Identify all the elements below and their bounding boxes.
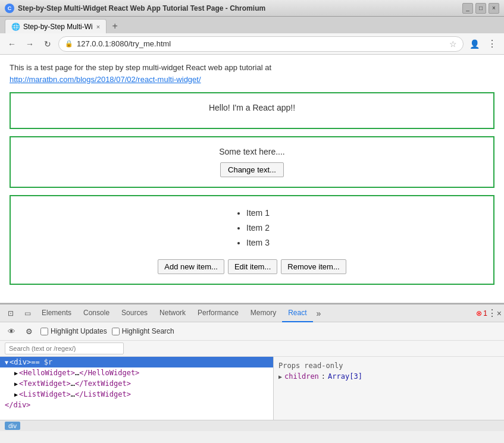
- highlight-search-checkbox[interactable]: [112, 328, 120, 335]
- props-colon: :: [321, 372, 325, 381]
- tab-performance[interactable]: Performance: [192, 304, 245, 322]
- devtools-more-button[interactable]: ⋮: [487, 307, 497, 319]
- highlight-search-label[interactable]: Highlight Search: [112, 327, 174, 335]
- tab-sources[interactable]: Sources: [115, 304, 154, 322]
- title-bar: C Step-by-Step Multi-Widget React Web Ap…: [0, 0, 504, 17]
- highlight-updates-checkbox[interactable]: [40, 328, 48, 335]
- tab-close-button[interactable]: ×: [96, 23, 100, 30]
- tab-favicon: 🌐: [11, 23, 20, 31]
- highlight-updates-label[interactable]: Highlight Updates: [40, 327, 107, 335]
- window-title: Step-by-Step Multi-Widget React Web App …: [18, 4, 462, 12]
- text-widget: Some text here.... Change text...: [10, 136, 494, 188]
- address-bar: ← → ↻ 🔒 127.0.0.1:8080/try_me.html ☆ 👤 ⋮: [0, 33, 504, 55]
- props-value: Array[3]: [328, 372, 362, 381]
- list-widget-buttons: Add new item... Edit item... Remove item…: [20, 259, 484, 274]
- menu-button[interactable]: ⋮: [485, 37, 499, 51]
- window-controls: _ □ ×: [462, 3, 499, 14]
- change-text-button[interactable]: Change text...: [220, 162, 284, 177]
- tab-network[interactable]: Network: [154, 304, 192, 322]
- close-button[interactable]: ×: [489, 3, 499, 14]
- dom-row-div-close: </div>: [0, 400, 273, 410]
- edit-item-button[interactable]: Edit item...: [228, 259, 277, 274]
- maximize-button[interactable]: □: [475, 3, 486, 14]
- selected-element-tag: div: [5, 422, 20, 430]
- browser-tab[interactable]: 🌐 Step-by-Step Multi-Wi ×: [5, 19, 107, 33]
- remove-item-button[interactable]: Remove item...: [281, 259, 346, 274]
- error-count: ⊗ 1: [476, 309, 487, 318]
- url-lock-icon: 🔒: [65, 40, 73, 48]
- search-input[interactable]: [5, 343, 124, 354]
- back-button[interactable]: ←: [5, 37, 19, 51]
- dom-row-div[interactable]: ▼ <div> == $r: [0, 357, 273, 367]
- reload-button[interactable]: ↻: [40, 37, 55, 51]
- devtools-inspect-button[interactable]: ⊡: [2, 305, 19, 322]
- intro-link[interactable]: http://maratbn.com/blogs/2018/07/02/reac…: [10, 75, 201, 84]
- item-list: Item 1 Item 2 Item 3: [234, 206, 270, 251]
- props-children-row[interactable]: ▶ children : Array[3]: [278, 372, 499, 381]
- tab-bar: 🌐 Step-by-Step Multi-Wi × +: [0, 17, 504, 33]
- devtools-close-button[interactable]: ×: [497, 309, 502, 318]
- more-tabs-button[interactable]: »: [313, 309, 325, 318]
- tab-react[interactable]: React: [282, 304, 312, 322]
- tab-console[interactable]: Console: [77, 304, 115, 322]
- forward-button[interactable]: →: [23, 37, 37, 51]
- devtools-tabs: ⊡ ▭ Elements Console Sources Network Per…: [0, 304, 504, 322]
- react-settings-button[interactable]: ⚙: [23, 325, 36, 338]
- text-widget-content: Some text here....: [20, 147, 484, 156]
- list-item: Item 1: [246, 206, 270, 221]
- list-widget: Item 1 Item 2 Item 3 Add new item... Edi…: [10, 195, 494, 285]
- url-text: 127.0.0.1:8080/try_me.html: [77, 39, 446, 48]
- props-title: Props read-only: [278, 362, 499, 370]
- devtools-content: ▼ <div> == $r ▶ <HelloWidget> … </HelloW…: [0, 357, 504, 420]
- props-panel: Props read-only ▶ children : Array[3]: [274, 357, 504, 420]
- dom-tree: ▼ <div> == $r ▶ <HelloWidget> … </HelloW…: [0, 357, 274, 420]
- props-expand-icon[interactable]: ▶: [278, 373, 282, 380]
- dom-row-hello[interactable]: ▶ <HelloWidget> … </HelloWidget>: [0, 367, 273, 378]
- browser-icon: C: [5, 4, 14, 13]
- profile-button[interactable]: 👤: [467, 37, 481, 51]
- minimize-button[interactable]: _: [462, 3, 473, 14]
- list-widget-content: Item 1 Item 2 Item 3: [20, 206, 484, 251]
- devtools-status-bar: div: [0, 420, 504, 431]
- tab-memory[interactable]: Memory: [245, 304, 282, 322]
- devtools-search-bar: [0, 341, 504, 357]
- hello-widget-text: Hello! I'm a React app!!: [20, 103, 484, 112]
- dom-row-text[interactable]: ▶ <TextWidget> … </TextWidget>: [0, 378, 273, 389]
- list-item: Item 3: [246, 235, 270, 250]
- page-intro: This is a test page for the step by step…: [10, 62, 494, 85]
- list-item: Item 2: [246, 221, 270, 235]
- bookmark-icon[interactable]: ☆: [449, 39, 457, 49]
- tab-label: Step-by-Step Multi-Wi: [23, 23, 93, 31]
- props-key: children: [284, 372, 319, 381]
- devtools-panel: ⊡ ▭ Elements Console Sources Network Per…: [0, 303, 504, 431]
- hello-widget: Hello! I'm a React app!!: [10, 92, 494, 129]
- devtools-device-button[interactable]: ▭: [19, 305, 36, 322]
- dom-row-list[interactable]: ▶ <ListWidget> … </ListWidget>: [0, 389, 273, 400]
- react-inspect-button[interactable]: 👁: [5, 325, 18, 338]
- tab-elements[interactable]: Elements: [36, 304, 77, 322]
- browser-content: This is a test page for the step by step…: [0, 55, 504, 303]
- url-box[interactable]: 🔒 127.0.0.1:8080/try_me.html ☆: [58, 36, 464, 52]
- devtools-toolbar: 👁 ⚙ Highlight Updates Highlight Search: [0, 322, 504, 341]
- add-item-button[interactable]: Add new item...: [158, 259, 224, 274]
- new-tab-button[interactable]: +: [108, 19, 122, 33]
